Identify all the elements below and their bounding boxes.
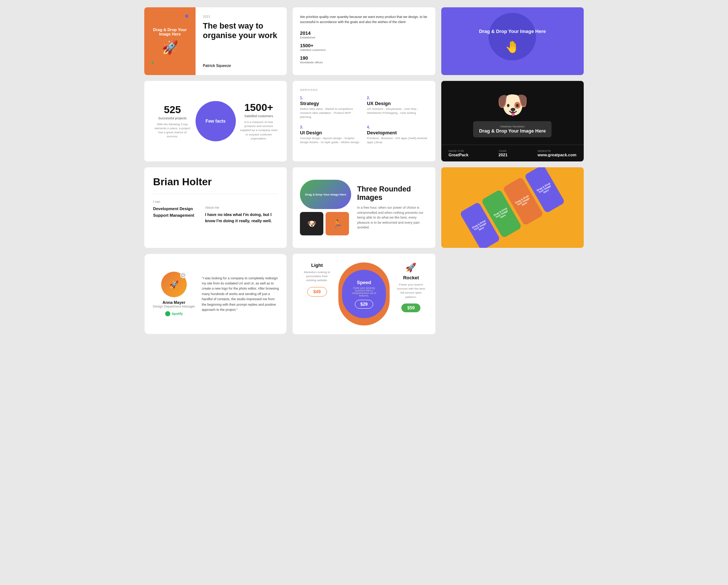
- drag-drop-purple-text: Drag & Drop Your Image Here: [479, 29, 546, 34]
- drag-drop-text: Drag & Drop Your Image Here: [150, 27, 190, 36]
- plan-name-rocket: Rocket: [403, 275, 419, 280]
- card-services: SERVICES 1. Strategy Define idea value -…: [293, 81, 435, 161]
- skills-section: Development Design Support Management: [153, 206, 198, 224]
- price-badge-rocket[interactable]: $59: [401, 303, 420, 312]
- character-area: 🐶: [497, 81, 528, 121]
- oval-inner-speed: Speed Scale your growing business with a…: [342, 270, 386, 318]
- customers-number: 1500+: [239, 102, 278, 113]
- card-hero-title: Drag & Drop Your Image Here 🚀 2021 The b…: [144, 7, 287, 75]
- stat-offices: 190 Worldwide offices: [300, 55, 428, 64]
- drag-text-rounded-top: Drag & Drop Your Image Here: [305, 193, 346, 196]
- footer-made-for: MADE FOR GreatPack: [449, 149, 468, 157]
- website-value: www.greatpack.com: [538, 153, 576, 157]
- service-title-ui: UI Design: [300, 130, 361, 135]
- card-left-orange-panel: Drag & Drop Your Image Here 🚀: [144, 7, 196, 75]
- year-footer-value: 2021: [498, 153, 507, 157]
- avatar-section: 🚀 💬 Anna Mayer Design Department Manager…: [152, 272, 196, 316]
- made-for-label: MADE FOR: [449, 149, 468, 153]
- card-phones-collage: Drag & Drop Your Image Here Drag & Drop …: [441, 167, 584, 248]
- card-right-content: 2021 The best way to organise your work …: [196, 7, 287, 75]
- about-text: I have no idea what I'm doing, but I kno…: [205, 212, 278, 224]
- made-for-value: GreatPack: [449, 153, 468, 157]
- images-bottom-row: 🐶 🏃: [300, 212, 351, 235]
- quote-text: "I was looking for a company to complete…: [202, 276, 279, 313]
- service-title-dev: Development: [367, 130, 428, 135]
- customers-desc: It is a measure of how products and serv…: [239, 120, 278, 141]
- spotify-icon: [165, 311, 170, 316]
- made-by-label: Vladislav Muratdev: [479, 125, 546, 128]
- service-desc-ui: Concept design - layouts design - Graphi…: [300, 136, 361, 144]
- card-purple-drag: Drag & Drop Your Image Here 🤚: [441, 7, 584, 75]
- avatar-emoji: 🚀: [170, 280, 179, 289]
- stat-value-year: 2014: [300, 30, 428, 36]
- blue-dot-decoration: [185, 15, 188, 18]
- main-grid: Drag & Drop Your Image Here 🚀 2021 The b…: [144, 7, 584, 334]
- few-facts-text: Few facts: [205, 119, 226, 124]
- stat-label-customers: Satisfied customers: [300, 48, 428, 52]
- service-desc-dev: Frontend - Backend - iOS apps (Swift) An…: [367, 136, 428, 144]
- service-num-1: 1.: [300, 96, 361, 100]
- hand-emoji: 🤚: [479, 40, 546, 54]
- skills-list: Development Design Support Management: [153, 206, 198, 219]
- center-price-badge[interactable]: $29: [355, 300, 373, 309]
- service-desc-strategy: Define idea value - Market & competitors…: [300, 107, 361, 119]
- service-ux: 2. UX Design UX research - Storyboards -…: [367, 96, 428, 119]
- services-grid: 1. Strategy Define idea value - Market &…: [300, 96, 428, 144]
- rocket-illustration: 🚀: [162, 40, 178, 55]
- pricing-rocket: 🚀 Rocket Power your team's success with …: [395, 262, 427, 325]
- about-label: About me: [205, 206, 278, 209]
- main-title: The best way to organise your work: [203, 21, 279, 41]
- services-section-label: SERVICES: [300, 88, 428, 92]
- pricing-light: Light Marketers looking to personalize t…: [301, 262, 333, 325]
- small-image-right: 🏃: [326, 212, 349, 235]
- avatar-name: Anna Mayer: [163, 300, 185, 305]
- card-testimonial: 🚀 💬 Anna Mayer Design Department Manager…: [144, 254, 287, 334]
- plan-desc-light: Marketers looking to personalize their e…: [301, 270, 333, 283]
- footer-website: WEBSITE www.greatpack.com: [538, 149, 576, 157]
- service-title-strategy: Strategy: [300, 101, 361, 106]
- service-desc-ux: UX research - Storyboards - User flow - …: [367, 107, 428, 115]
- small-img-emoji-right: 🏃: [333, 219, 342, 228]
- phone-drag-text-3: Drag & Drop Your Image Here: [513, 193, 534, 209]
- service-strategy: 1. Strategy Define idea value - Market &…: [300, 96, 361, 119]
- card-pricing: Light Marketers looking to personalize t…: [293, 254, 435, 334]
- phones-container: Drag & Drop Your Image Here Drag & Drop …: [460, 167, 565, 248]
- drag-overlay-dark: Vladislav Muratdev Drag & Drop Your Imag…: [473, 121, 551, 137]
- price-badge-light[interactable]: $49: [307, 287, 327, 297]
- plan-name-light: Light: [311, 262, 323, 268]
- rocket-emoji: 🚀: [405, 262, 416, 273]
- service-num-3: 3.: [300, 125, 361, 129]
- profile-divider: [153, 194, 278, 194]
- card-profile-brian: Brian Holter I can Development Design Su…: [144, 167, 287, 248]
- service-title-ux: UX Design: [367, 101, 428, 106]
- stat-value-customers: 1500+: [300, 43, 428, 48]
- small-image-left: 🐶: [300, 212, 323, 235]
- center-plan-name: Speed: [357, 280, 371, 285]
- phone-drag-text-4: Drag & Drop Your Image Here: [535, 181, 555, 197]
- customers-label: Satisfied customers: [239, 114, 278, 118]
- service-num-4: 4.: [367, 125, 428, 129]
- year-footer-label: YEAR: [498, 149, 507, 153]
- avatar-image: 🚀 💬: [161, 272, 187, 297]
- rounded-image-top: Drag & Drop Your Image Here: [300, 180, 351, 209]
- stat-block-customers: 1500+ Satisfied customers It is a measur…: [239, 102, 278, 141]
- stat-established: 2014 Established: [300, 30, 428, 39]
- quote-section: "I was looking for a company to complete…: [202, 276, 279, 313]
- card-stats-description: We prioritize quality over quantity beca…: [293, 7, 435, 75]
- phone-drag-text-1: Drag & Drop Your Image Here: [470, 218, 490, 234]
- stat-block-projects: 525 Successful projects With the followi…: [153, 104, 192, 139]
- stat-label-offices: Worldwide offices: [300, 61, 428, 64]
- company-description: We prioritize quality over quantity beca…: [300, 15, 428, 25]
- spotify-text: Spotify: [172, 312, 183, 316]
- author-name: Patrick Squeeze: [203, 64, 279, 68]
- green-dot-decoration: [152, 62, 154, 64]
- small-img-emoji-left: 🐶: [307, 219, 316, 228]
- chat-bubble-icon: 💬: [180, 272, 186, 278]
- stat-value-offices: 190: [300, 55, 428, 61]
- about-section: About me I have no idea what I'm doing, …: [205, 206, 278, 224]
- dog-emoji: 🐶: [497, 90, 528, 120]
- pricing-speed-center: Speed Scale your growing business with a…: [338, 262, 390, 325]
- projects-desc: With the following 5 key elements in pla…: [153, 122, 192, 139]
- stat-customers: 1500+ Satisfied customers: [300, 43, 428, 52]
- plan-desc-rocket: Power your team's success with the best …: [395, 283, 427, 299]
